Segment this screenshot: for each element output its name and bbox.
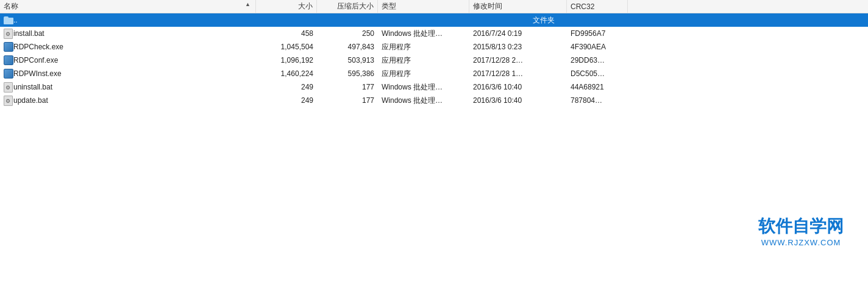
- file-crc-cell: D5C505…: [567, 67, 628, 80]
- file-size-cell: 1,096,192: [256, 54, 317, 67]
- file-size-cell: [256, 13, 317, 27]
- file-compressed-cell: 177: [317, 94, 378, 107]
- file-type-cell: Windows 批处理…: [378, 80, 469, 94]
- file-type-cell: Windows 批处理…: [378, 94, 469, 107]
- file-type-cell: 应用程序: [378, 67, 469, 80]
- file-compressed-cell: [317, 13, 378, 27]
- file-compressed-cell: 503,913: [317, 54, 378, 67]
- file-size-cell: 458: [256, 27, 317, 40]
- table-row[interactable]: update.bat249177Windows 批处理…2016/3/6 10:…: [0, 94, 868, 107]
- table-row[interactable]: RDPCheck.exe1,045,504497,843应用程序2015/8/1…: [0, 40, 868, 54]
- file-size-cell: 249: [256, 94, 317, 107]
- exe-icon: [4, 42, 13, 52]
- file-manager: 名称 ▲ 大小 压缩后大小 类型 修改时间 CRC32 ..文件夹install…: [0, 0, 868, 308]
- file-type-cell: 应用程序: [378, 54, 469, 67]
- file-name-cell: RDPCheck.exe: [0, 40, 256, 54]
- file-list: ..文件夹install.bat458250Windows 批处理…2016/7…: [0, 13, 868, 308]
- table-row[interactable]: uninstall.bat249177Windows 批处理…2016/3/6 …: [0, 80, 868, 94]
- col-header-modified[interactable]: 修改时间: [469, 0, 567, 13]
- table-row[interactable]: ..文件夹: [0, 13, 868, 27]
- file-size-cell: 1,460,224: [256, 67, 317, 80]
- file-name-cell: ..: [0, 13, 256, 27]
- table-row[interactable]: RDPConf.exe1,096,192503,913应用程序2017/12/2…: [0, 54, 868, 67]
- col-header-size[interactable]: 大小: [256, 0, 317, 13]
- file-type-cell: 应用程序: [378, 40, 469, 54]
- file-name-label: ..: [13, 16, 18, 24]
- file-name-cell: uninstall.bat: [0, 80, 256, 94]
- col-header-type[interactable]: 类型: [378, 0, 469, 13]
- file-compressed-cell: 595,386: [317, 67, 378, 80]
- file-name-cell: install.bat: [0, 27, 256, 40]
- folder-icon: [4, 16, 13, 24]
- file-name-label: uninstall.bat: [13, 83, 52, 91]
- file-name-label: update.bat: [13, 96, 48, 105]
- file-name-label: RDPWInst.exe: [13, 69, 62, 78]
- file-modified-cell: 2016/7/24 0:19: [469, 27, 567, 40]
- file-modified-cell: [710, 13, 807, 27]
- file-crc-cell: 44A68921: [567, 80, 628, 94]
- file-name-cell: RDPConf.exe: [0, 54, 256, 67]
- file-modified-cell: 2015/8/13 0:23: [469, 40, 567, 54]
- file-crc-cell: [807, 13, 868, 27]
- file-name-cell: update.bat: [0, 94, 256, 107]
- file-crc-cell: 29DD63…: [567, 54, 628, 67]
- table-row[interactable]: RDPWInst.exe1,460,224595,386应用程序2017/12/…: [0, 67, 868, 80]
- file-compressed-cell: 497,843: [317, 40, 378, 54]
- file-crc-cell: 787804…: [567, 94, 628, 107]
- exe-icon: [4, 55, 13, 65]
- bat-icon: [4, 29, 13, 38]
- file-modified-cell: 2016/3/6 10:40: [469, 80, 567, 94]
- file-size-cell: 1,045,504: [256, 40, 317, 54]
- file-crc-cell: FD9956A7: [567, 27, 628, 40]
- file-type-cell: 文件夹: [378, 13, 710, 27]
- exe-icon: [4, 69, 13, 79]
- file-compressed-cell: 177: [317, 80, 378, 94]
- file-type-cell: Windows 批处理…: [378, 27, 469, 40]
- bat-icon: [4, 96, 13, 105]
- col-header-compressed[interactable]: 压缩后大小: [317, 0, 378, 13]
- col-header-name[interactable]: 名称 ▲: [0, 0, 256, 13]
- file-size-cell: 249: [256, 80, 317, 94]
- col-header-crc[interactable]: CRC32: [567, 0, 628, 13]
- table-row[interactable]: install.bat458250Windows 批处理…2016/7/24 0…: [0, 27, 868, 40]
- bat-icon: [4, 82, 13, 92]
- file-crc-cell: 4F390AEA: [567, 40, 628, 54]
- file-compressed-cell: 250: [317, 27, 378, 40]
- file-name-label: RDPCheck.exe: [13, 43, 63, 51]
- table-header: 名称 ▲ 大小 压缩后大小 类型 修改时间 CRC32: [0, 0, 868, 13]
- file-modified-cell: 2017/12/28 2…: [469, 54, 567, 67]
- file-modified-cell: 2017/12/28 1…: [469, 67, 567, 80]
- file-modified-cell: 2016/3/6 10:40: [469, 94, 567, 107]
- sort-arrow-icon: ▲: [245, 1, 251, 7]
- file-name-cell: RDPWInst.exe: [0, 67, 256, 80]
- file-name-label: install.bat: [13, 29, 44, 38]
- file-name-label: RDPConf.exe: [13, 56, 58, 65]
